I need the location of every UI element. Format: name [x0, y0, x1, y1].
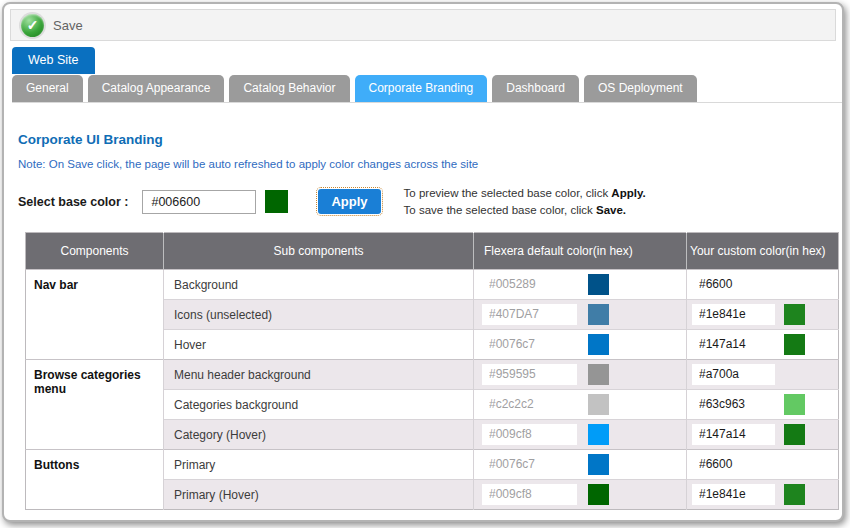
subcomponent-cell: Primary (Hover) — [164, 480, 474, 510]
custom-color-swatch — [784, 394, 805, 415]
default-hex-input[interactable] — [482, 334, 577, 355]
base-color-label: Select base color : — [18, 195, 128, 209]
header-components: Components — [26, 233, 164, 270]
default-color-swatch — [588, 304, 609, 325]
screenshot-stage: ✓ Save Web Site GeneralCatalog Appearanc… — [0, 0, 850, 528]
base-color-row: Select base color : Apply To preview the… — [18, 185, 828, 218]
component-cell: Buttons — [26, 450, 164, 510]
custom-hex-input[interactable] — [692, 304, 775, 325]
default-hex-input[interactable] — [482, 424, 577, 445]
default-hex-input[interactable] — [482, 274, 577, 295]
default-hex-input[interactable] — [482, 484, 577, 505]
custom-hex-input[interactable] — [692, 484, 775, 505]
custom-hex-input[interactable] — [692, 424, 775, 445]
default-hex-input[interactable] — [482, 394, 577, 415]
default-color-swatch — [588, 274, 609, 295]
custom-color-swatch — [784, 424, 805, 445]
save-toolbar: ✓ Save — [10, 9, 836, 41]
table-row: ButtonsPrimary — [26, 450, 839, 480]
custom-color-swatch — [784, 304, 805, 325]
hint-line-save: To save the selected base color, click S… — [404, 202, 646, 219]
subcomponent-cell: Categories background — [164, 390, 474, 420]
default-hex-input[interactable] — [482, 304, 577, 325]
table-row: Nav barBackground — [26, 270, 839, 300]
apply-button[interactable]: Apply — [318, 189, 380, 214]
base-color-swatch — [265, 190, 288, 213]
tab-bar: GeneralCatalog AppearanceCatalog Behavio… — [12, 75, 842, 103]
tab-catalog-appearance[interactable]: Catalog Appearance — [88, 75, 225, 102]
table-row: Browse categories menuMenu header backgr… — [26, 360, 839, 390]
custom-hex-input[interactable] — [692, 274, 775, 295]
hint-text: To preview the selected base color, clic… — [404, 185, 646, 218]
component-cell: Nav bar — [26, 270, 164, 360]
auto-refresh-note: Note: On Save click, the page will be au… — [18, 158, 828, 170]
default-color-swatch — [588, 424, 609, 445]
component-cell: Browse categories menu — [26, 360, 164, 450]
base-color-input[interactable] — [142, 190, 256, 214]
app-window: ✓ Save Web Site GeneralCatalog Appearanc… — [2, 2, 844, 522]
header-custom-color: Your custom color(in hex) — [687, 233, 839, 270]
tab-web-site[interactable]: Web Site — [12, 47, 95, 74]
tab-os-deployment[interactable]: OS Deployment — [584, 75, 697, 102]
custom-hex-input[interactable] — [692, 394, 775, 415]
content-area: Corporate UI Branding Note: On Save clic… — [4, 132, 842, 510]
header-default-color: Flexera default color(in hex) — [474, 233, 687, 270]
custom-color-swatch — [784, 484, 805, 505]
custom-hex-input[interactable] — [692, 334, 775, 355]
tab-general[interactable]: General — [12, 75, 83, 102]
header-sub-components: Sub components — [164, 233, 474, 270]
save-button-label: Save — [53, 18, 83, 33]
subcomponent-cell: Menu header background — [164, 360, 474, 390]
save-check-icon: ✓ — [21, 14, 44, 37]
default-color-swatch — [588, 334, 609, 355]
branding-table: Components Sub components Flexera defaul… — [25, 232, 839, 510]
save-button[interactable]: ✓ Save — [21, 14, 83, 37]
default-color-swatch — [588, 484, 609, 505]
custom-hex-input[interactable] — [692, 364, 775, 385]
subcomponent-cell: Primary — [164, 450, 474, 480]
branding-table-header: Components Sub components Flexera defaul… — [26, 233, 839, 270]
tab-corporate-branding[interactable]: Corporate Branding — [355, 75, 488, 102]
tab-dashboard[interactable]: Dashboard — [492, 75, 579, 102]
subcomponent-cell: Hover — [164, 330, 474, 360]
default-color-swatch — [588, 394, 609, 415]
custom-color-swatch — [784, 334, 805, 355]
page-title: Corporate UI Branding — [18, 132, 828, 147]
subcomponent-cell: Background — [164, 270, 474, 300]
subcomponent-cell: Category (Hover) — [164, 420, 474, 450]
default-hex-input[interactable] — [482, 364, 577, 385]
subcomponent-cell: Icons (unselected) — [164, 300, 474, 330]
tab-catalog-behavior[interactable]: Catalog Behavior — [229, 75, 349, 102]
default-hex-input[interactable] — [482, 454, 577, 475]
hint-line-preview: To preview the selected base color, clic… — [404, 185, 646, 202]
default-color-swatch — [588, 454, 609, 475]
default-color-swatch — [588, 364, 609, 385]
custom-hex-input[interactable] — [692, 454, 775, 475]
